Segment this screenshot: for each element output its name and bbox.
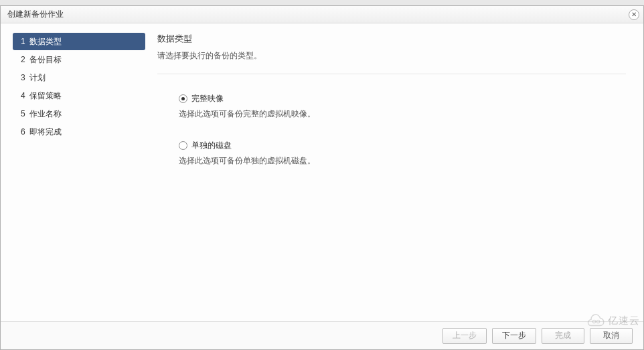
step-label: 数据类型 (29, 36, 62, 48)
button-label: 取消 (603, 330, 619, 341)
step-label: 备份目标 (29, 54, 62, 66)
option-full-image: 完整映像 选择此选项可备份完整的虚拟机映像。 (179, 93, 626, 120)
step-backup-target[interactable]: 2 备份目标 (13, 51, 145, 68)
close-button[interactable]: ✕ (629, 9, 639, 20)
option-individual-disk: 单独的磁盘 选择此选项可备份单独的虚拟机磁盘。 (179, 140, 626, 167)
option-label: 单独的磁盘 (191, 140, 232, 151)
option-description: 选择此选项可备份完整的虚拟机映像。 (179, 108, 626, 120)
page-subtitle: 请选择要执行的备份的类型。 (157, 50, 626, 62)
step-number: 2 (21, 55, 25, 64)
step-label: 保留策略 (29, 90, 62, 102)
option-description: 选择此选项可备份单独的虚拟机磁盘。 (179, 155, 626, 167)
wizard-content: 数据类型 请选择要执行的备份的类型。 完整映像 选择此选项可备份完整的虚拟机映像… (157, 33, 631, 321)
dialog-titlebar: 创建新备份作业 ✕ (1, 6, 643, 23)
wizard-sidebar: 1 数据类型 2 备份目标 3 计划 4 保留策略 5 作业名称 6 即将完成 (13, 33, 145, 321)
finish-button[interactable]: 完成 (542, 328, 584, 344)
divider (157, 74, 626, 74)
step-ready-complete[interactable]: 6 即将完成 (13, 123, 145, 141)
radio-icon (179, 94, 187, 103)
cancel-button[interactable]: 取消 (590, 328, 633, 344)
step-number: 6 (21, 127, 25, 137)
button-label: 完成 (555, 330, 571, 341)
step-number: 1 (21, 37, 25, 46)
step-schedule[interactable]: 3 计划 (13, 69, 145, 86)
step-number: 5 (21, 109, 25, 118)
step-label: 作业名称 (29, 108, 62, 120)
dialog-create-backup-job: 创建新备份作业 ✕ 1 数据类型 2 备份目标 3 计划 4 保留策略 (0, 5, 644, 350)
page-title: 数据类型 (157, 33, 626, 45)
dialog-body: 1 数据类型 2 备份目标 3 计划 4 保留策略 5 作业名称 6 即将完成 (1, 23, 643, 321)
close-icon: ✕ (631, 11, 637, 18)
radio-icon (179, 141, 187, 150)
step-job-name[interactable]: 5 作业名称 (13, 105, 145, 122)
dialog-title: 创建新备份作业 (7, 9, 64, 20)
options-group: 完整映像 选择此选项可备份完整的虚拟机映像。 单独的磁盘 选择此选项可备份单独的… (157, 93, 626, 187)
radio-individual-disk[interactable]: 单独的磁盘 (179, 140, 626, 151)
next-button[interactable]: 下一步 (492, 328, 536, 344)
step-number: 3 (21, 73, 25, 82)
radio-full-image[interactable]: 完整映像 (179, 93, 626, 104)
button-label: 上一步 (453, 330, 477, 341)
step-data-type[interactable]: 1 数据类型 (13, 33, 145, 50)
step-number: 4 (21, 91, 25, 100)
dialog-footer: 上一步 下一步 完成 取消 (1, 321, 643, 349)
button-label: 下一步 (502, 330, 526, 341)
step-label: 即将完成 (29, 126, 62, 138)
step-label: 计划 (29, 72, 46, 84)
option-label: 完整映像 (191, 93, 224, 104)
prev-button[interactable]: 上一步 (442, 328, 487, 344)
step-retention-policy[interactable]: 4 保留策略 (13, 87, 145, 104)
